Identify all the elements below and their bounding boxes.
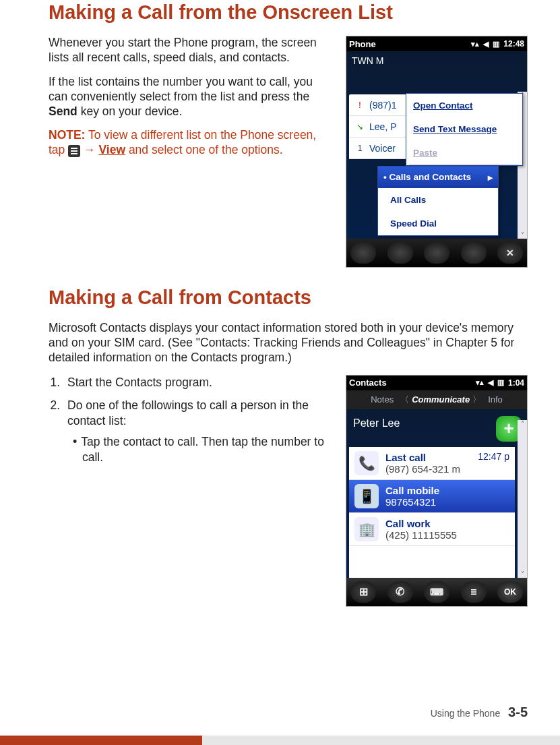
card-call-mobile[interactable]: 📱 Call mobile 987654321 — [349, 480, 515, 513]
scroll-down-icon: ˅ — [521, 570, 524, 578]
menu-icon — [468, 587, 478, 596]
para-intro-2: If the list contains the number you want… — [49, 75, 334, 119]
footer-section-label: Using the Phone — [431, 708, 501, 719]
para-intro-1: Whenever you start the Phone program, th… — [49, 36, 334, 65]
tab-communicate[interactable]: Communicate — [412, 394, 470, 405]
chevron-right-icon: ▸ — [488, 172, 493, 183]
volume-icon: ◀ — [488, 378, 493, 387]
carrier-label: TWN M — [346, 51, 527, 70]
call-row-text: (987)1 — [369, 100, 396, 111]
submenu-calls-contacts[interactable]: • Calls and Contacts ▸ — [378, 167, 498, 188]
tab-notes[interactable]: Notes — [367, 394, 398, 405]
menu-paste: Paste — [406, 141, 522, 165]
volume-icon: ◀ — [483, 40, 489, 49]
menu-send-text[interactable]: Send Text Message — [406, 117, 522, 141]
step-2-bullet: Tap the contact to call. Then tap the nu… — [82, 434, 334, 465]
send-key-label: Send — [49, 105, 77, 118]
heading-contacts: Making a Call from Contacts — [49, 287, 528, 309]
toolbar-button[interactable] — [461, 242, 487, 264]
card-label: Call work — [385, 518, 509, 529]
menu-button[interactable] — [461, 581, 487, 603]
signal-icon: ▾▴ — [471, 40, 479, 49]
toolbar: OK — [346, 578, 527, 606]
ok-button[interactable]: OK — [497, 581, 523, 603]
note-text-b: and select one of the options. — [125, 143, 283, 156]
chevron-right-icon[interactable]: 〉 — [472, 394, 481, 406]
phone-screenshot-1: Phone ▾▴ ◀ ▥ 12:48 TWN M ! (987)1 — [346, 36, 528, 268]
close-button[interactable] — [497, 242, 523, 264]
heading-onscreen-list: Making a Call from the Onscreen List — [49, 1, 528, 24]
context-menu: Open Contact Send Text Message Paste — [406, 93, 523, 166]
keyboard-button[interactable] — [424, 581, 449, 603]
toolbar-button[interactable] — [424, 242, 449, 264]
toolbar-button[interactable] — [350, 242, 376, 264]
status-bar: Phone ▾▴ ◀ ▥ 12:48 — [346, 36, 527, 51]
submenu-speed-dial[interactable]: Speed Dial — [378, 212, 498, 235]
phone-screenshot-2: Contacts ▾▴ ◀ ▥ 1:04 Notes 〈 Communicate… — [346, 375, 528, 607]
card-call-work[interactable]: 🏢 Call work (425) 11115555 — [349, 513, 515, 546]
step-2: Do one of the followings to call a perso… — [63, 398, 334, 465]
scroll-down-icon: ˅ — [521, 231, 524, 239]
card-number: (425) 11115555 — [385, 529, 509, 541]
battery-icon: ▥ — [497, 378, 504, 387]
status-time: 1:04 — [508, 378, 524, 388]
footer-accent-bar — [0, 736, 202, 745]
speed-dial-index: 1 — [353, 144, 367, 153]
contact-header: Peter Lee + — [346, 409, 527, 448]
card-last-call[interactable]: 📞 Last call (987) 654-321 m 12:47 p — [349, 447, 515, 480]
status-time: 12:48 — [503, 39, 524, 49]
missed-call-icon: ! — [353, 100, 367, 110]
app-title: Phone — [349, 39, 376, 49]
phone-icon: 📞 — [354, 451, 379, 475]
signal-icon: ▾▴ — [476, 378, 484, 387]
call-row-text: Voicer — [369, 143, 396, 154]
step-1: Start the Contacts program. — [63, 375, 334, 390]
phone-button[interactable] — [387, 581, 413, 603]
toolbar — [346, 239, 527, 267]
card-number: 987654321 — [385, 496, 509, 508]
contacts-intro: Microsoft Contacts displays your contact… — [49, 321, 528, 365]
scroll-up-icon: ˄ — [521, 420, 524, 427]
work-icon: 🏢 — [354, 517, 379, 541]
submenu-all-calls[interactable]: All Calls — [378, 188, 498, 212]
para2-b: key on your device. — [77, 105, 183, 118]
note-arrow: → — [80, 143, 98, 156]
status-bar: Contacts ▾▴ ◀ ▥ 1:04 — [346, 376, 527, 390]
footer-grey-bar — [202, 736, 560, 745]
footer-page-number: 3-5 — [508, 705, 528, 719]
contact-actions: 📞 Last call (987) 654-321 m 12:47 p 📱 Ca… — [349, 447, 515, 578]
view-submenu: • Calls and Contacts ▸ All Calls Speed D… — [377, 166, 499, 236]
app-title: Contacts — [349, 378, 387, 388]
card-time: 12:47 p — [478, 451, 509, 462]
menu-open-contact[interactable]: Open Contact — [406, 94, 522, 117]
page-footer: Using the Phone 3-5 — [0, 705, 560, 745]
toolbar-button[interactable] — [387, 242, 413, 264]
card-label: Call mobile — [385, 485, 509, 496]
battery-icon: ▥ — [493, 40, 499, 49]
start-button[interactable] — [350, 581, 376, 603]
tab-info[interactable]: Info — [484, 394, 507, 405]
mobile-icon: 📱 — [354, 484, 379, 508]
menu-icon — [68, 145, 80, 157]
chevron-left-icon[interactable]: 〈 — [400, 394, 409, 406]
incoming-call-icon: ↘ — [353, 122, 367, 131]
contact-name: Peter Lee — [353, 417, 400, 429]
view-link: View — [98, 143, 125, 156]
para2-a: If the list contains the number you want… — [49, 75, 313, 103]
tab-row: Notes 〈 Communicate 〉 Info — [346, 390, 527, 409]
note-label: NOTE: — [49, 128, 85, 142]
call-row-text: Lee, P — [369, 121, 396, 132]
card-number: (987) 654-321 m — [385, 463, 509, 475]
scrollbar[interactable]: ˄ ˅ — [518, 420, 527, 578]
note-block: NOTE: To view a different list on the Ph… — [49, 128, 334, 158]
